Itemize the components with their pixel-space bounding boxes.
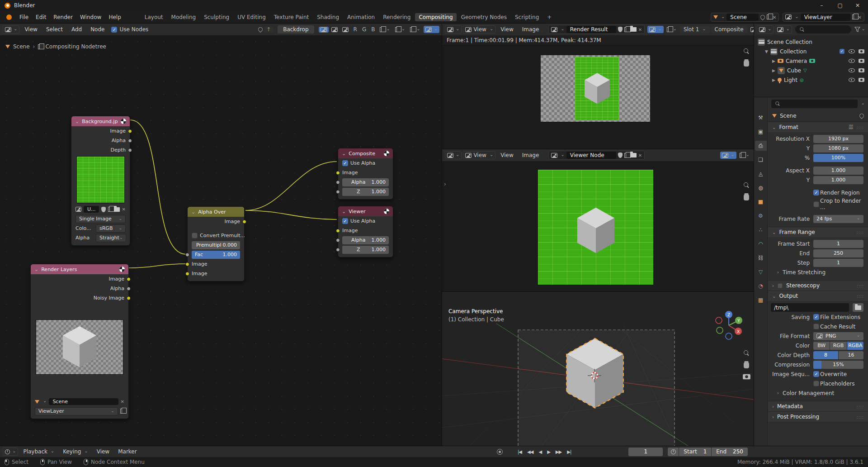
backdrop-button[interactable]: Backdrop: [277, 25, 314, 34]
properties-tab-material[interactable]: ◔: [755, 281, 767, 291]
socket-out-alpha[interactable]: [128, 138, 132, 143]
socket-in-image[interactable]: [185, 272, 189, 276]
topbar-menu-window[interactable]: Window: [76, 13, 105, 21]
panel-header-stereoscopy[interactable]: ›Stereoscopy: [768, 280, 868, 291]
unlink-scene-icon[interactable]: [121, 399, 124, 405]
workspace-tab-texture-paint[interactable]: Texture Paint: [270, 13, 312, 21]
open-icon[interactable]: [630, 153, 637, 157]
start-frame-field[interactable]: Start1: [679, 448, 711, 456]
prop-value--[interactable]: 100%: [813, 154, 863, 162]
overlay-icon[interactable]: [408, 26, 422, 33]
checkbox-crop-to-render-[interactable]: [813, 201, 819, 207]
disable-render-icon[interactable]: [859, 49, 864, 53]
zoom-icon[interactable]: [743, 350, 750, 356]
preview-toggle-icon[interactable]: [384, 209, 389, 214]
preview-toggle-icon[interactable]: [121, 119, 126, 124]
play-button[interactable]: ▶: [545, 448, 552, 455]
socket-in-fac[interactable]: [185, 253, 189, 257]
node-background-image[interactable]: Background.jpgImageAlphaDepthU...Single …: [71, 116, 130, 246]
properties-tab-tool[interactable]: ⚒: [755, 113, 767, 123]
new-scene-icon[interactable]: [767, 14, 771, 19]
socket-in-z[interactable]: [336, 248, 340, 252]
new-viewlayer-icon[interactable]: [852, 14, 856, 19]
value-slider-z[interactable]: Z1.000: [342, 246, 389, 254]
properties-tab-view-layer[interactable]: ❏: [755, 155, 767, 165]
value-slider-fac[interactable]: Fac1.000: [192, 251, 240, 259]
region-expand-icon[interactable]: [444, 181, 446, 187]
navigation-gizmo[interactable]: Z Y X: [712, 308, 746, 343]
channel-alpha-icon[interactable]: [340, 27, 350, 33]
pin-icon[interactable]: [859, 112, 865, 119]
node-alpha-over[interactable]: Alpha OverImageConvert Premult...Premult…: [187, 206, 245, 281]
current-frame-field[interactable]: 1: [628, 448, 663, 456]
node-background-image-header[interactable]: Background.jpg: [71, 116, 130, 126]
value-slider-premultipl[interactable]: Premultipl0.000: [192, 241, 240, 249]
checkbox-use-alpha[interactable]: [342, 218, 348, 224]
socket-in-z[interactable]: [336, 190, 340, 194]
next-keyframe-button[interactable]: ▶▶: [554, 448, 563, 455]
collapse-icon[interactable]: [342, 151, 346, 157]
prev-keyframe-button[interactable]: ◀◀: [525, 448, 535, 455]
minimize-button[interactable]: –: [815, 2, 829, 9]
render-result-canvas[interactable]: [442, 45, 754, 149]
toggle-camera-view-icon[interactable]: [743, 374, 750, 380]
outliner-row-scene-collection[interactable]: Scene Collection: [755, 37, 867, 47]
output-path-field[interactable]: /tmp\: [771, 303, 849, 312]
prop-dropdown-frame-rate[interactable]: 24 fps: [813, 215, 863, 223]
pin-icon[interactable]: [760, 14, 766, 20]
editor-type-image[interactable]: [445, 151, 462, 159]
image-editor-1-menu-view[interactable]: View: [497, 25, 517, 33]
exclude-checkbox[interactable]: [840, 49, 844, 54]
outliner-search[interactable]: [795, 25, 851, 33]
workspace-tab-shading[interactable]: Shading: [313, 13, 343, 21]
render-slot-dropdown[interactable]: Slot 1: [680, 26, 710, 33]
gizmo-toggle-icon[interactable]: [424, 26, 439, 33]
properties-tab-texture[interactable]: ▦: [755, 295, 767, 305]
fake-user-icon[interactable]: [618, 152, 623, 158]
timeline-menu-view[interactable]: View: [93, 448, 113, 456]
panel-header-post-processing[interactable]: ›Post Processing: [768, 411, 868, 422]
socket-out-image[interactable]: [127, 277, 131, 281]
segment-rgb[interactable]: RGB: [830, 342, 846, 350]
properties-tab-world[interactable]: ◍: [755, 183, 767, 193]
channel-color-icon[interactable]: [330, 27, 340, 33]
unlink-icon[interactable]: [638, 152, 642, 158]
disable-render-icon[interactable]: [859, 59, 864, 63]
use-preview-range-icon[interactable]: [668, 448, 679, 456]
segment-8[interactable]: 8: [813, 351, 838, 359]
editor-type-image[interactable]: [445, 25, 462, 33]
viewlayer-dropdown[interactable]: ViewLayer: [35, 407, 118, 415]
dropdown-single-image[interactable]: Single Image: [75, 215, 126, 223]
properties-tab-output[interactable]: ⎙: [755, 141, 767, 151]
disclosure-closed-icon[interactable]: ▶: [772, 59, 775, 63]
open-image-icon[interactable]: [114, 207, 120, 212]
preview-toggle-icon[interactable]: [119, 267, 125, 272]
hide-eye-icon[interactable]: [849, 49, 855, 53]
overlays-toggle-icon[interactable]: [738, 152, 751, 159]
workspace-tab-rendering[interactable]: Rendering: [379, 13, 414, 21]
outliner-row-collection[interactable]: ▼Collection: [755, 47, 867, 56]
image-editor-1-datablock[interactable]: Render Result: [548, 25, 645, 34]
node-alpha-over-header[interactable]: Alpha Over: [188, 207, 244, 217]
display-channels-dropdown[interactable]: View: [463, 151, 495, 159]
prop-value-resolution-x[interactable]: 1920 px: [813, 135, 863, 143]
node-composite[interactable]: CompositeUse AlphaImageAlpha1.000Z1.000: [338, 148, 393, 200]
pan-hand-icon[interactable]: [744, 195, 749, 200]
image-editor-2-datablock[interactable]: Viewer Node: [548, 151, 645, 160]
topbar-menu-file[interactable]: File: [16, 13, 32, 21]
panel-header-metadata[interactable]: ›Metadata: [768, 401, 868, 411]
prop-value-aspect-x[interactable]: 1.000: [813, 167, 863, 175]
timeline-menu-keying[interactable]: Keying: [59, 448, 92, 456]
render-single-layer-icon[interactable]: [120, 409, 124, 414]
image-editor-2-menu-image[interactable]: Image: [519, 151, 543, 159]
panel-header-format[interactable]: ⌄Format☰: [768, 122, 868, 132]
image-browser-icon[interactable]: [75, 207, 81, 212]
segment-16[interactable]: 16: [839, 351, 863, 359]
panel-checkbox[interactable]: [778, 283, 783, 288]
pin-image-icon[interactable]: [749, 26, 754, 33]
checkbox-cache-result[interactable]: [813, 324, 819, 329]
unlink-image-icon[interactable]: [122, 206, 126, 212]
collapse-icon[interactable]: [191, 209, 195, 215]
dropdown-alpha[interactable]: Straight: [96, 234, 126, 242]
viewer-canvas[interactable]: [442, 161, 754, 292]
